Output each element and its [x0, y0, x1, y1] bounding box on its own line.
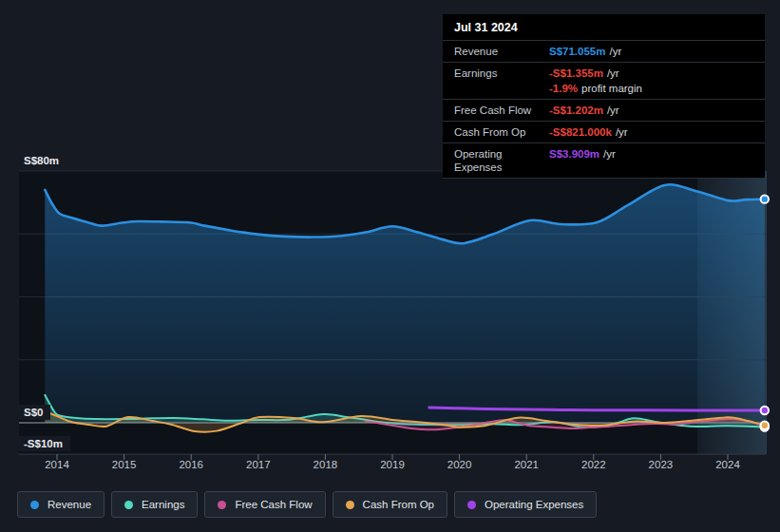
cash-from-op-dot-icon	[346, 501, 354, 509]
tooltip-date: Jul 31 2024	[443, 14, 765, 40]
legend-label: Earnings	[142, 499, 184, 510]
x-axis-label-2024: 2024	[715, 459, 740, 470]
chart-legend: Revenue Earnings Free Cash Flow Cash Fro…	[17, 491, 597, 518]
financials-chart-widget: S$80mS$0-S$10m 2014201520162017201820192…	[0, 0, 780, 532]
legend-item-cash-from-op[interactable]: Cash From Op	[333, 491, 447, 518]
x-axis-label-2023: 2023	[649, 459, 674, 470]
x-axis-label-2015: 2015	[112, 459, 137, 470]
x-axis-label-2020: 2020	[447, 459, 472, 470]
legend-label: Cash From Op	[363, 499, 434, 510]
tooltip-row-free-cash-flow: Free Cash Flow -S$1.202m/yr	[443, 99, 765, 121]
tooltip-label: Earnings	[454, 66, 549, 80]
operating-expenses-dot-icon	[467, 501, 476, 509]
revenue-dot-icon	[30, 501, 39, 509]
tooltip-label: Free Cash Flow	[454, 104, 549, 117]
tooltip-value: S$71.055m/yr	[549, 45, 621, 58]
y-axis-label: S$80m	[19, 153, 67, 168]
tooltip-value: S$3.909m/yr	[549, 147, 616, 161]
legend-item-revenue[interactable]: Revenue	[17, 491, 105, 518]
x-axis-label-2019: 2019	[380, 459, 405, 470]
legend-item-free-cash-flow[interactable]: Free Cash Flow	[204, 491, 325, 518]
legend-item-earnings[interactable]: Earnings	[111, 491, 198, 518]
x-axis-label-2016: 2016	[179, 459, 203, 470]
y-axis-label: S$0	[19, 405, 50, 420]
x-axis-label-2014: 2014	[45, 459, 69, 470]
chart-tooltip: Jul 31 2024 Revenue S$71.055m/yr Earning…	[443, 14, 765, 179]
tooltip-row-revenue: Revenue S$71.055m/yr	[443, 40, 765, 62]
tooltip-row-cash-from-op: Cash From Op -S$821.000k/yr	[443, 121, 765, 142]
y-axis-label: -S$10m	[19, 436, 70, 451]
tooltip-label: Revenue	[454, 45, 549, 58]
tooltip-row-earnings: Earnings -S$1.355m/yr -1.9%profit margin	[443, 62, 765, 99]
tooltip-value: -S$1.202m/yr	[549, 104, 619, 117]
tooltip-label: Operating Expenses	[454, 147, 549, 174]
x-axis-label-2017: 2017	[246, 459, 271, 470]
tooltip-profit-margin: -1.9%profit margin	[549, 82, 642, 95]
tooltip-label: Cash From Op	[454, 125, 549, 139]
free-cash-flow-dot-icon	[218, 501, 226, 509]
legend-item-operating-expenses[interactable]: Operating Expenses	[454, 491, 597, 518]
tooltip-value: -S$1.355m/yr	[549, 66, 619, 80]
earnings-dot-icon	[124, 501, 133, 509]
tooltip-value: -S$821.000k/yr	[549, 125, 628, 139]
x-axis-label-2018: 2018	[314, 459, 338, 470]
legend-label: Free Cash Flow	[235, 499, 312, 510]
legend-label: Revenue	[48, 499, 91, 510]
legend-label: Operating Expenses	[485, 499, 583, 510]
tooltip-row-operating-expenses: Operating Expenses S$3.909m/yr	[443, 142, 765, 179]
x-axis-label-2022: 2022	[581, 459, 606, 470]
x-axis-label-2021: 2021	[514, 459, 539, 470]
